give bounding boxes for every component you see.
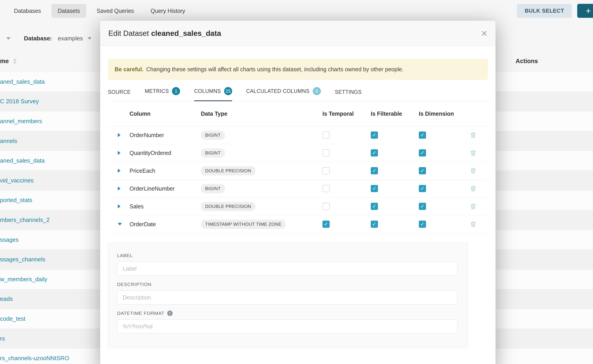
dataset-name-link[interactable]: rs — [0, 335, 5, 342]
tab-columns[interactable]: COLUMNS25 — [194, 87, 232, 101]
column-row-OrderNumber: OrderNumberBIGINT✓✓ — [108, 126, 488, 144]
chevron-down-icon[interactable] — [87, 37, 92, 40]
header-column: Column — [130, 110, 201, 117]
nav-items: DatabasesDatasetsSaved QueriesQuery Hist… — [0, 4, 191, 18]
header-is-filterable: Is Filterable — [371, 110, 419, 117]
dataset-name-link[interactable]: ported_stats — [0, 197, 32, 204]
is-filterable-checkbox[interactable]: ✓ — [371, 149, 378, 156]
modal-body: Be careful. Changing these settings will… — [100, 59, 495, 348]
columns-table-body: OrderNumberBIGINT✓✓QuantityOrderedBIGINT… — [108, 126, 488, 233]
top-nav: DatabasesDatasetsSaved QueriesQuery Hist… — [0, 0, 593, 22]
dataset-name-link[interactable]: code_test — [0, 315, 26, 322]
dataset-name-link[interactable]: ssages_channels — [0, 256, 45, 263]
dataset-name-link[interactable]: mbers_channels_2 — [0, 216, 50, 223]
expand-caret-icon[interactable] — [118, 204, 120, 208]
column-name: Sales — [130, 203, 201, 210]
is-temporal-checkbox[interactable] — [323, 131, 330, 139]
delete-column-button[interactable] — [470, 221, 488, 228]
dataset-name-link[interactable]: rs_channels-uzooNNtSRO — [0, 355, 69, 362]
nav-item-databases[interactable]: Databases — [8, 4, 47, 18]
plus-icon: + — [586, 6, 591, 16]
actions-column-header: Actions — [516, 58, 538, 65]
info-icon[interactable] — [167, 311, 173, 316]
add-dataset-button[interactable]: + — [577, 4, 593, 18]
datetime-format-input[interactable] — [117, 319, 457, 333]
is-dimension-checkbox[interactable]: ✓ — [419, 149, 426, 156]
column-name: OrderDate — [130, 221, 201, 228]
is-dimension-checkbox[interactable]: ✓ — [419, 131, 426, 139]
tab-source[interactable]: SOURCE — [108, 89, 131, 101]
label-field: LABEL — [117, 253, 457, 276]
is-temporal-checkbox[interactable] — [323, 149, 330, 156]
tab-count-badge: 0 — [313, 87, 321, 95]
expand-caret-icon[interactable] — [118, 169, 120, 173]
delete-column-button[interactable] — [470, 185, 488, 192]
column-row-Sales: SalesDOUBLE PRECISION✓✓ — [108, 198, 488, 215]
filter-bar: Database: examples — [0, 32, 92, 45]
column-name: QuantityOrdered — [130, 150, 201, 156]
is-filterable-checkbox[interactable]: ✓ — [371, 221, 378, 228]
dataset-name-link[interactable]: ssages — [0, 236, 19, 243]
trash-icon — [470, 221, 477, 228]
dataset-name-link[interactable]: eads — [0, 295, 13, 302]
is-temporal-checkbox[interactable] — [323, 185, 330, 192]
dataset-name-link[interactable]: aned_sales_data — [0, 157, 45, 164]
dataset-name-link[interactable]: annels — [0, 137, 17, 144]
dataset-name-link[interactable]: annel_members — [0, 118, 42, 125]
tab-label: COLUMNS — [194, 88, 221, 94]
is-filterable-checkbox[interactable]: ✓ — [371, 203, 378, 210]
modal-header: Edit Datasetcleaned_sales_data × — [100, 21, 495, 46]
modal-title-dataset-name: cleaned_sales_data — [151, 29, 221, 38]
is-filterable-checkbox[interactable]: ✓ — [371, 167, 378, 174]
header-is-temporal: Is Temporal — [323, 110, 371, 117]
is-filterable-checkbox[interactable]: ✓ — [371, 185, 378, 192]
column-name: OrderNumber — [130, 132, 201, 138]
close-icon[interactable]: × — [481, 28, 488, 39]
column-detail-panel: LABEL DESCRIPTION DATETIME FORMAT — [108, 243, 468, 348]
delete-column-button[interactable] — [470, 149, 488, 156]
sort-icon[interactable] — [13, 59, 16, 64]
name-column-header[interactable]: me — [0, 58, 16, 65]
nav-item-saved-queries[interactable]: Saved Queries — [90, 4, 140, 18]
expand-caret-icon[interactable] — [118, 187, 120, 191]
nav-item-datasets[interactable]: Datasets — [52, 4, 86, 18]
delete-column-button[interactable] — [470, 167, 488, 174]
column-row-OrderDate: OrderDateTIMESTAMP WITHOUT TIME ZONE✓✓✓ — [108, 215, 488, 233]
data-type-pill: BIGINT — [201, 130, 225, 140]
dataset-name-link[interactable]: vid_vaccines — [0, 177, 34, 184]
is-temporal-checkbox[interactable] — [323, 167, 330, 174]
data-type-pill: DOUBLE PRECISION — [201, 166, 255, 176]
is-filterable-checkbox[interactable]: ✓ — [371, 131, 378, 139]
chevron-down-icon[interactable] — [6, 37, 10, 40]
is-temporal-checkbox[interactable] — [323, 203, 330, 210]
delete-column-button[interactable] — [470, 203, 488, 210]
is-temporal-checkbox[interactable]: ✓ — [323, 221, 330, 228]
label-field-label: LABEL — [117, 253, 457, 258]
dataset-name-link[interactable]: w_members_daily — [0, 276, 47, 283]
dataset-name-link[interactable]: C 2018 Survey — [0, 98, 39, 105]
tab-label: CALCULATED COLUMNS — [246, 88, 310, 94]
tab-metrics[interactable]: METRICS1 — [145, 87, 180, 101]
collapse-caret-icon[interactable] — [118, 223, 122, 226]
delete-column-button[interactable] — [470, 131, 488, 139]
dataset-name-link[interactable]: aned_sales_data — [0, 78, 45, 85]
trash-icon — [470, 167, 477, 174]
description-input[interactable] — [117, 291, 457, 305]
nav-item-query-history[interactable]: Query History — [145, 4, 191, 18]
warning-text: Changing these settings will affect all … — [146, 66, 404, 73]
database-filter-value[interactable]: examples — [58, 35, 83, 42]
expand-caret-icon[interactable] — [118, 151, 120, 155]
bulk-select-button[interactable]: BULK SELECT — [517, 4, 572, 18]
is-dimension-checkbox[interactable]: ✓ — [419, 203, 426, 210]
expand-caret-icon[interactable] — [118, 133, 120, 137]
header-data-type: Data Type — [201, 110, 323, 117]
tab-settings[interactable]: SETTINGS — [335, 89, 362, 101]
name-column-header-label: me — [0, 58, 9, 65]
column-name: PriceEach — [130, 168, 201, 174]
is-dimension-checkbox[interactable]: ✓ — [419, 167, 426, 174]
is-dimension-checkbox[interactable]: ✓ — [419, 221, 426, 228]
is-dimension-checkbox[interactable]: ✓ — [419, 185, 426, 192]
label-input[interactable] — [117, 262, 457, 276]
tab-calculated-columns[interactable]: CALCULATED COLUMNS0 — [246, 87, 321, 101]
database-filter-label: Database: — [24, 35, 52, 42]
